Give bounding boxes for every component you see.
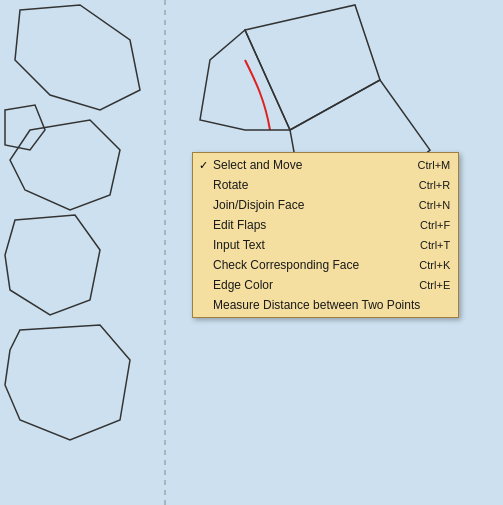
menu-item-join-disjoin-shortcut: Ctrl+N (419, 199, 450, 211)
menu-item-rotate-shortcut: Ctrl+R (419, 179, 450, 191)
menu-item-check-corresponding[interactable]: Check Corresponding Face Ctrl+K (193, 255, 458, 275)
menu-item-measure-distance[interactable]: Measure Distance between Two Points (193, 295, 458, 315)
svg-marker-5 (5, 105, 45, 150)
menu-item-input-text-shortcut: Ctrl+T (420, 239, 450, 251)
menu-item-rotate-label: Rotate (213, 178, 389, 192)
svg-marker-8 (200, 30, 290, 130)
menu-item-join-disjoin-label: Join/Disjoin Face (213, 198, 389, 212)
menu-item-check-corresponding-shortcut: Ctrl+K (419, 259, 450, 271)
context-menu: Select and Move Ctrl+M Rotate Ctrl+R Joi… (192, 152, 459, 318)
menu-item-check-corresponding-label: Check Corresponding Face (213, 258, 389, 272)
menu-item-input-text[interactable]: Input Text Ctrl+T (193, 235, 458, 255)
menu-item-select-move-label: Select and Move (213, 158, 388, 172)
menu-item-edit-flaps-label: Edit Flaps (213, 218, 390, 232)
svg-marker-2 (10, 120, 120, 210)
menu-item-measure-distance-label: Measure Distance between Two Points (213, 298, 420, 312)
menu-item-select-move-shortcut: Ctrl+M (418, 159, 451, 171)
svg-marker-1 (15, 5, 140, 110)
svg-marker-3 (5, 215, 100, 315)
menu-item-rotate[interactable]: Rotate Ctrl+R (193, 175, 458, 195)
menu-item-edit-flaps[interactable]: Edit Flaps Ctrl+F (193, 215, 458, 235)
svg-marker-4 (5, 325, 130, 440)
menu-item-select-move[interactable]: Select and Move Ctrl+M (193, 155, 458, 175)
menu-item-edge-color-shortcut: Ctrl+E (419, 279, 450, 291)
menu-item-edge-color[interactable]: Edge Color Ctrl+E (193, 275, 458, 295)
menu-item-join-disjoin[interactable]: Join/Disjoin Face Ctrl+N (193, 195, 458, 215)
menu-item-input-text-label: Input Text (213, 238, 390, 252)
menu-item-edit-flaps-shortcut: Ctrl+F (420, 219, 450, 231)
menu-item-edge-color-label: Edge Color (213, 278, 389, 292)
